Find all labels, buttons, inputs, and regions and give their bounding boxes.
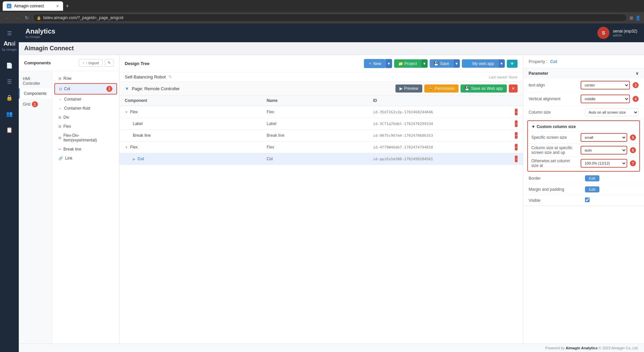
screen-size-select[interactable]: small (581, 133, 627, 142)
page-title: Aimagin Connect (24, 45, 74, 52)
user-area: S senal (esp32) admin (597, 27, 637, 39)
user-role: admin (613, 34, 637, 37)
comp-col-icon: ⊟ (59, 87, 62, 91)
custom-col-row-otherwise: Otherwise,set column size at 100.0% (12/… (528, 157, 639, 170)
project-split-btn[interactable]: ▾ (421, 59, 428, 68)
param-section-header[interactable]: Parameter ∨ (523, 68, 644, 78)
cat-grid[interactable]: Grid 1 (19, 99, 52, 110)
param-control-margin: Edit (585, 186, 639, 192)
table-row[interactable]: ▶ Col Col id-ppiEo1m308-1702499284561 − (119, 153, 523, 165)
sidebar-icon-security[interactable]: 🔒 (3, 91, 16, 104)
nav-refresh-btn[interactable]: ↻ (23, 14, 30, 21)
table-row[interactable]: ▼ Flex Flex id-4f79W46db7-1702474794010 … (119, 141, 523, 153)
custom-col-section: ▼ Custom column size Specific screen siz… (527, 120, 640, 172)
row-remove-btn[interactable]: − (515, 156, 518, 162)
expand-icon[interactable]: ▼ (125, 110, 128, 114)
custom-col-label-screen: Specific screen size (531, 135, 578, 140)
expand-icon[interactable]: ▶ (133, 157, 136, 161)
sidebar-icon-list[interactable]: ☰ (3, 75, 16, 88)
row-remove-btn[interactable]: − (515, 144, 518, 151)
sidebar-icon-reports[interactable]: 📋 (3, 123, 16, 136)
row-remove-btn[interactable]: − (515, 109, 518, 115)
extensions-btn[interactable]: ⊞ (630, 15, 633, 20)
new-split-btn[interactable]: ▾ (385, 59, 392, 68)
border-edit-btn[interactable]: Edit (585, 175, 599, 181)
tree-cell-action: − (509, 118, 523, 129)
comp-col[interactable]: ⊟ Col 2 (54, 83, 117, 95)
new-btn[interactable]: ＋ New (364, 59, 385, 68)
address-bar[interactable]: 🔒 bidev.aimagin.com/?_pageId=_page_amgcn… (33, 14, 627, 22)
component-categories: HMI Controller Components Grid 1 (19, 71, 52, 344)
preview-btn[interactable]: ▶ Preview (395, 84, 422, 93)
project-btn[interactable]: 📁 Project (394, 59, 421, 68)
column-size-select[interactable]: Auto on all screen size (585, 108, 639, 116)
cat-components[interactable]: Components (19, 89, 52, 99)
save-web-icon: 💾 (465, 86, 470, 91)
param-row-border: Border Edit (523, 173, 644, 184)
row-remove-btn[interactable]: − (515, 132, 518, 139)
new-icon: ＋ (368, 61, 372, 66)
cat-components-label: Components (24, 91, 47, 96)
specific-size-select[interactable]: auto (581, 146, 627, 155)
comp-break[interactable]: ↵ Break line (54, 145, 117, 154)
hamburger-btn[interactable]: ☰ (4, 27, 14, 39)
comp-container-fluid[interactable]: ↔ Container-fluid (54, 104, 117, 113)
param-label-border: Border (529, 176, 582, 181)
prop-selected: Col (550, 59, 557, 64)
comp-flex[interactable]: ⊞ Flex (54, 122, 117, 131)
import-btn[interactable]: ↑ ↑ Import (79, 59, 103, 67)
app-logo-text: Analytics (25, 27, 55, 35)
comp-flex-div[interactable]: ⊞ Flex-Div-Item(experimental) (54, 131, 117, 144)
app: ☰ Anal by Aimagin 📄 ☰ 🔒 👥 📋 Analytics by… (0, 23, 644, 352)
comp-container[interactable]: ↔ Container (54, 95, 117, 104)
param-section-label: Parameter (529, 71, 548, 76)
edit-btn[interactable]: ✎ (105, 59, 114, 67)
col-badge: 2 (106, 86, 112, 92)
grid-badge: 1 (32, 101, 38, 107)
components-panel: Components ↑ ↑ Import ✎ HMI Controller (19, 55, 119, 344)
nav-forward-btn[interactable]: → (13, 14, 21, 21)
close-page-btn[interactable]: ✕ (509, 84, 518, 93)
project-edit-icon[interactable]: ✎ (168, 74, 172, 79)
comp-div[interactable]: ⊞ Div (54, 113, 117, 122)
text-align-select[interactable]: center (581, 81, 630, 90)
webapp-split-btn[interactable]: ▾ (498, 59, 505, 68)
eye-btn[interactable]: 👁 (507, 60, 518, 68)
comp-row[interactable]: ⊞ Row (54, 74, 117, 83)
new-tab-btn[interactable]: + (66, 3, 69, 9)
cat-hmi[interactable]: HMI Controller (19, 74, 52, 89)
expand-icon[interactable]: ▼ (125, 145, 128, 149)
profile-btn[interactable]: 👤 (635, 15, 641, 20)
custom-col-collapse-icon: ▼ (531, 124, 535, 129)
comp-link[interactable]: 🔗 Link (54, 154, 117, 163)
vertical-align-select[interactable]: middle (581, 95, 630, 103)
my-web-app-btn[interactable]: 🌐 My web app (462, 59, 498, 68)
margin-edit-btn[interactable]: Edit (585, 186, 599, 192)
import-label: ↑ Import (86, 61, 99, 65)
tree-cell-name: Col (261, 154, 368, 164)
user-info: senal (esp32) admin (613, 29, 637, 37)
nav-back-btn[interactable]: ← (3, 14, 11, 21)
table-row[interactable]: Break line Break line id-0075c967m4-1702… (119, 130, 523, 141)
table-row[interactable]: ▼ Flex Flex id-35d72G2v2p-1702468244846 … (119, 106, 523, 118)
comp-flex-div-icon: ⊞ (58, 136, 61, 140)
otherwise-size-select[interactable]: 100.0% (12/12) (581, 159, 627, 168)
sidebar-icon-users[interactable]: 👥 (3, 107, 16, 120)
page-chevron[interactable]: ▼ (125, 86, 129, 91)
custom-col-header[interactable]: ▼ Custom column size (528, 122, 639, 131)
visible-checkbox[interactable] (585, 197, 590, 202)
permission-btn[interactable]: 🔒 Permission (424, 84, 459, 93)
sidebar-icon-dashboard[interactable]: 📄 (3, 59, 16, 72)
save-btn-group: 💾 Save ▾ (430, 59, 460, 68)
project-bar: Self-Balancing Robot ✎ Last saved: None (119, 72, 523, 82)
save-btn[interactable]: 💾 Save (430, 59, 453, 68)
prop-title: Property : (529, 59, 547, 64)
comp-div-icon: ⊞ (58, 115, 61, 120)
save-web-btn[interactable]: 💾 Save as Web app (461, 84, 507, 93)
row-remove-btn[interactable]: − (515, 120, 518, 127)
save-split-btn[interactable]: ▾ (453, 59, 460, 68)
comp-link-icon: 🔗 (58, 156, 63, 161)
tab-close-btn[interactable]: ✕ (56, 4, 59, 8)
browser-tab[interactable]: A Aimagin connect ✕ (3, 1, 63, 11)
table-row[interactable]: Label Label id-3C71q76dbt-1702470299334 … (119, 118, 523, 130)
